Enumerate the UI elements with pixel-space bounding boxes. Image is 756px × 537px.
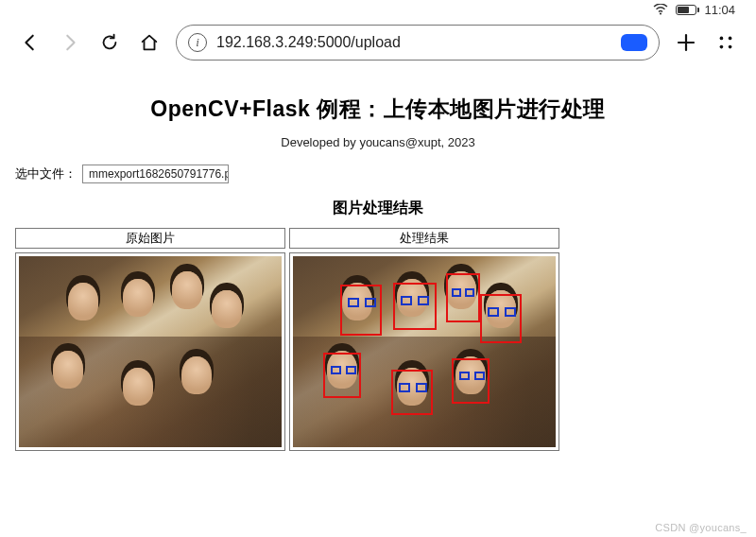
svg-point-4 [729,45,732,49]
eye-detection-box [331,366,341,374]
svg-point-0 [660,12,662,14]
result-heading: 图片处理结果 [15,199,741,218]
col-header-original: 原始图片 [15,228,285,249]
eye-detection-box [459,372,470,380]
face-detection-box [393,283,437,330]
back-button[interactable] [17,29,43,56]
page-title: OpenCV+Flask 例程：上传本地图片进行处理 [15,95,741,124]
browser-toolbar: i 192.168.3.249:5000/upload [0,19,756,66]
new-tab-button[interactable] [673,29,699,56]
forward-button[interactable] [57,29,83,56]
address-bar[interactable]: i 192.168.3.249:5000/upload [176,25,660,61]
face-detection-box [323,353,361,398]
face-detection-box [340,285,382,336]
face-detection-box [480,294,522,343]
wifi-icon [653,4,668,15]
original-image [19,256,282,447]
eye-detection-box [399,383,410,392]
svg-point-2 [729,37,732,41]
page-content: OpenCV+Flask 例程：上传本地图片进行处理 Developed by … [0,66,756,451]
processed-image-cell [289,252,559,451]
face-detection-box [452,358,490,404]
file-selector-row: 选中文件： mmexport1682650791776.pr [15,165,741,183]
read-mode-indicator[interactable] [621,34,647,51]
page-subtitle: Developed by youcans@xupt, 2023 [15,135,741,149]
eye-detection-box [488,307,499,317]
eye-detection-box [346,366,356,374]
file-selector-label: 选中文件： [15,165,77,182]
col-header-processed: 处理结果 [289,228,559,249]
eye-detection-box [418,296,429,305]
svg-point-3 [720,45,724,49]
watermark: CSDN @youcans_ [655,522,747,533]
eye-detection-box [348,298,359,307]
svg-point-1 [720,37,724,41]
clock: 11:04 [704,3,735,17]
eye-detection-box [465,288,474,297]
menu-button[interactable] [713,29,739,56]
result-table: 原始图片 处理结果 [15,228,741,451]
file-selector-filename[interactable]: mmexport1682650791776.pr [82,165,229,183]
face-detection-box [391,370,433,415]
reload-button[interactable] [96,29,123,56]
home-button[interactable] [136,29,163,56]
status-bar: 11:04 [0,0,756,19]
original-image-cell [15,252,285,451]
eye-detection-box [401,296,412,305]
eye-detection-box [416,383,427,392]
eye-detection-box [365,298,376,307]
url-text: 192.168.3.249:5000/upload [216,34,611,51]
eye-detection-box [452,288,461,297]
face-detection-box [446,273,480,322]
processed-image [293,256,556,447]
eye-detection-box [505,307,516,317]
site-info-icon[interactable]: i [188,33,207,52]
eye-detection-box [474,372,485,380]
battery-icon [676,5,696,15]
